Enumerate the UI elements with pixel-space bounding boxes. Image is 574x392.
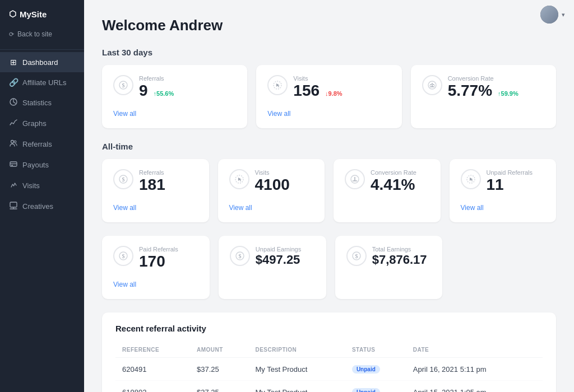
view-all-link[interactable]: View all: [461, 204, 484, 212]
recent-title: Recent referral activity: [115, 324, 543, 333]
sidebar: ⬡ MySite ⟳ Back to site ⊞ Dashboard 🔗 Af…: [0, 0, 84, 392]
card-value: 156: [293, 83, 320, 99]
page-title: Welcome Andrew: [102, 17, 556, 34]
sidebar-item-statistics[interactable]: Statistics: [0, 92, 84, 113]
card-value: 170: [139, 254, 178, 269]
back-to-site[interactable]: ⟳ Back to site: [0, 26, 84, 47]
dashboard-icon: ⊞: [9, 58, 18, 67]
card-referrals-30: $ Referrals 9 ↑55.6% View all: [102, 65, 247, 128]
card-label: Referrals: [139, 75, 174, 82]
cell-status: Unpaid: [345, 358, 406, 381]
card-value: $497.25: [256, 254, 301, 266]
back-label: Back to site: [17, 30, 52, 38]
card-info: Referrals 181: [139, 169, 165, 193]
sidebar-item-creatives[interactable]: Creatives: [0, 196, 84, 217]
card-visits-all: Visits 4100 View all: [218, 159, 325, 222]
cell-status: Unpaid: [345, 381, 406, 393]
view-all-link[interactable]: View all: [229, 204, 252, 212]
col-date: Date: [406, 342, 543, 358]
dollar-icon: $: [113, 246, 133, 266]
sidebar-item-label: Graphs: [22, 119, 47, 128]
dollar-icon: $: [346, 246, 367, 266]
card-header: $ Referrals 9 ↑55.6%: [113, 75, 236, 99]
card-label: Referrals: [139, 169, 165, 176]
view-all-link[interactable]: View all: [267, 110, 290, 118]
view-all-link[interactable]: View all: [113, 204, 136, 212]
sidebar-item-label: Payouts: [22, 161, 49, 169]
svg-text:$: $: [122, 176, 125, 183]
avatar-chevron[interactable]: ▾: [562, 11, 565, 18]
col-status: Status: [345, 342, 406, 358]
main-content: ▾ Welcome Andrew Last 30 days $ Referral…: [84, 0, 574, 392]
sidebar-item-visits[interactable]: Visits: [0, 175, 84, 196]
card-paid-referrals-all: $ Paid Referrals 170 View all: [102, 236, 210, 299]
card-label: Total Earnings: [372, 246, 427, 253]
card-value: 4100: [255, 177, 290, 193]
status-badge: Unpaid: [352, 388, 380, 392]
card-label: Paid Referrals: [139, 246, 178, 253]
visits-icon: [9, 181, 18, 190]
sidebar-item-affiliate-urls[interactable]: 🔗 Affiliate URLs: [0, 72, 84, 92]
col-amount: Amount: [190, 342, 249, 358]
card-value: 5.77%: [448, 83, 492, 99]
table-row: 620491 $37.25 My Test Product Unpaid Apr…: [115, 358, 543, 381]
top-bar: ▾: [540, 6, 565, 24]
card-value-row: 9 ↑55.6%: [139, 83, 174, 99]
sidebar-item-label: Visits: [22, 181, 40, 190]
affiliate-urls-icon: 🔗: [9, 78, 18, 87]
referrals-icon: [9, 139, 18, 149]
table-row: 619802 $37.25 My Test Product Unpaid Apr…: [115, 381, 543, 393]
card-header: $ Paid Referrals 170: [113, 246, 198, 269]
card-info: Visits 4100: [255, 169, 290, 193]
alltime-row2: $ Paid Referrals 170 View all $: [102, 236, 443, 299]
avatar[interactable]: [540, 6, 558, 24]
sidebar-item-graphs[interactable]: Graphs: [0, 113, 84, 134]
card-header: Unpaid Referrals 11: [461, 169, 545, 193]
payouts-icon: [9, 160, 18, 170]
sidebar-item-label: Creatives: [22, 202, 53, 211]
sidebar-item-referrals[interactable]: Referrals: [0, 134, 84, 155]
svg-text:$: $: [122, 253, 125, 259]
card-label: Conversion Rate: [448, 75, 519, 82]
card-header: Visits 4100: [229, 169, 314, 193]
status-badge: Unpaid: [352, 365, 380, 374]
cell-reference: 620491: [115, 358, 190, 381]
svg-point-1: [11, 141, 14, 143]
cell-amount: $37.25: [190, 381, 249, 393]
sidebar-item-label: Affiliate URLs: [22, 78, 67, 87]
card-info: Visits 156 ↓9.8%: [293, 75, 342, 99]
col-description: Description: [248, 342, 345, 358]
card-value: 9: [139, 83, 148, 99]
sidebar-item-label: Referrals: [22, 140, 52, 148]
card-total-earnings-all: $ Total Earnings $7,876.17: [335, 236, 443, 299]
alltime-title: All-time: [102, 142, 556, 151]
card-info: Referrals 9 ↑55.6%: [139, 75, 174, 99]
svg-rect-6: [10, 202, 17, 207]
card-value: 4.41%: [371, 177, 416, 193]
last-30-title: Last 30 days: [102, 48, 556, 57]
cursor-icon: [229, 169, 249, 189]
view-all-link[interactable]: View all: [113, 110, 136, 118]
card-info: Paid Referrals 170: [139, 246, 178, 269]
avatar-image: [540, 6, 558, 24]
cell-date: April 16, 2021 5:11 pm: [406, 358, 543, 381]
svg-point-2: [14, 141, 16, 143]
sidebar-item-label: Statistics: [22, 99, 52, 107]
sidebar-item-dashboard[interactable]: ⊞ Dashboard: [0, 52, 84, 72]
sidebar-item-payouts[interactable]: Payouts: [0, 155, 84, 175]
last-30-section: Last 30 days $ Referrals 9 ↑55: [102, 48, 556, 128]
view-all-link[interactable]: View all: [113, 281, 136, 288]
cell-reference: 619802: [115, 381, 190, 393]
site-logo: ⬡ MySite: [0, 0, 84, 26]
card-unpaid-earnings-all: $ Unpaid Earnings $497.25: [219, 236, 326, 299]
card-value: 11: [487, 177, 533, 193]
card-referrals-all: $ Referrals 181 View all: [102, 159, 209, 222]
card-value-row: 5.77% ↑59.9%: [448, 83, 519, 99]
svg-text:$: $: [122, 82, 125, 88]
card-value: 181: [139, 177, 165, 193]
dollar-icon: $: [230, 246, 250, 266]
card-header: $ Referrals 181: [113, 169, 198, 193]
cell-description: My Test Product: [248, 358, 345, 381]
svg-text:$: $: [238, 253, 241, 259]
card-header: $ Unpaid Earnings $497.25: [230, 246, 315, 266]
